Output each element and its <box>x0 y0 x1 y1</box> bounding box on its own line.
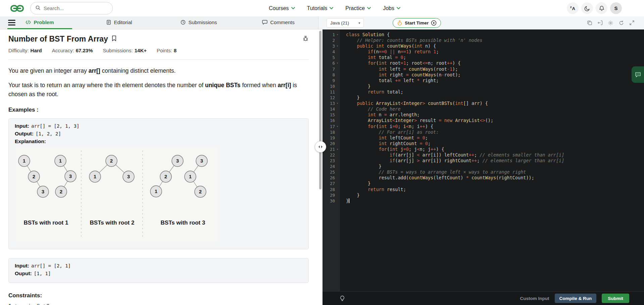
start-timer-button[interactable]: Start Timer <box>393 18 441 28</box>
svg-text:3: 3 <box>176 158 179 164</box>
import-icon <box>597 20 603 25</box>
tab-editorial[interactable]: Editorial <box>87 16 152 29</box>
accuracy: Accuracy:67.23% <box>52 48 93 53</box>
code-editor[interactable]: 1▾23▾456▾78910111213▾14151617▾18192021▾2… <box>323 29 644 291</box>
chevron-down-icon <box>367 7 371 9</box>
panel-splitter[interactable] <box>318 29 323 305</box>
user-avatar[interactable]: S <box>610 2 622 14</box>
moon-icon <box>584 5 590 11</box>
fullscreen-button[interactable] <box>629 20 635 26</box>
reset-icon <box>618 20 624 26</box>
svg-text:BSTs with root 2: BSTs with root 2 <box>90 220 135 226</box>
top-navbar: Courses Tutorials Practice Jobs zA S <box>0 0 644 16</box>
chevron-down-icon <box>397 7 400 9</box>
svg-text:3: 3 <box>200 158 203 164</box>
tab-comments[interactable]: Comments <box>246 16 311 29</box>
gfg-logo-icon <box>9 4 26 13</box>
comment-icon <box>262 20 267 25</box>
translate-icon: zA <box>570 6 575 11</box>
report-issue-button[interactable] <box>302 35 309 43</box>
examples-heading: Examples : <box>8 107 309 113</box>
points: Points:8 <box>157 48 177 53</box>
nav-jobs[interactable]: Jobs <box>383 5 400 11</box>
svg-text:2: 2 <box>33 174 35 179</box>
translate-button[interactable]: zA <box>567 2 579 14</box>
example-2: Input:arr[] = [2, 1] Ouput:[1, 1] <box>8 258 309 283</box>
search-icon <box>35 5 41 12</box>
custom-input-button[interactable]: Custom Input <box>520 296 549 301</box>
svg-text:BSTs with root 3: BSTs with root 3 <box>161 220 205 226</box>
chevron-down-icon <box>330 7 333 9</box>
tab-submissions[interactable]: Submissions <box>166 16 231 29</box>
search-bar[interactable] <box>30 2 113 14</box>
geeksforgeeks-problem-page: Courses Tutorials Practice Jobs zA S Pro… <box>0 0 644 305</box>
problem-tabbar: Problem Editorial Submissions Comments <box>0 16 318 29</box>
gfg-logo[interactable] <box>9 4 26 13</box>
chat-code-icon <box>635 71 641 78</box>
constraints-heading: Constraints: <box>8 292 309 299</box>
svg-text:3: 3 <box>127 174 130 179</box>
svg-text:3: 3 <box>42 189 44 194</box>
svg-text:2: 2 <box>199 189 202 194</box>
editor-settings-button[interactable] <box>608 20 613 26</box>
chevron-down-icon <box>291 7 295 9</box>
bug-icon <box>302 35 309 42</box>
copy-code-button[interactable] <box>587 20 592 26</box>
code-editor-panel: 1▾23▾456▾78910111213▾14151617▾18192021▾2… <box>323 29 644 305</box>
bst-diagram: 123132BSTs with root 1213BSTs with root … <box>15 147 217 243</box>
example-input: Input:arr[] = [2, 1] <box>15 263 302 269</box>
svg-text:1: 1 <box>94 174 96 179</box>
description-paragraph: You are given an integer array arr[] con… <box>8 66 309 75</box>
submissions-count: Submissions:14K+ <box>103 48 147 53</box>
svg-text:2: 2 <box>110 158 113 164</box>
svg-text:1: 1 <box>59 158 62 164</box>
hint-bulb-button[interactable] <box>339 295 345 302</box>
document-icon <box>106 20 111 25</box>
doubt-assistant-button[interactable] <box>632 66 644 83</box>
fullscreen-icon <box>629 20 635 25</box>
clock-icon <box>181 20 186 25</box>
submit-button[interactable]: Submit <box>602 294 629 303</box>
editor-footer: Custom Input Compile & Run Submit <box>323 291 644 305</box>
sub-header: Problem Editorial Submissions Comments J… <box>0 16 644 29</box>
bookmark-button[interactable] <box>111 35 117 43</box>
play-circle-icon <box>431 20 437 26</box>
dark-mode-button[interactable] <box>581 2 593 14</box>
nav-practice[interactable]: Practice <box>345 5 371 11</box>
import-code-button[interactable] <box>597 20 603 26</box>
bell-icon <box>599 5 605 11</box>
line-number-gutter: 1▾23▾456▾78910111213▾14151617▾18192021▾2… <box>323 29 340 291</box>
example-1: Input:arr[] = [2, 1, 3] Output:[1, 2, 2]… <box>8 118 309 249</box>
navbar-actions: zA S <box>567 2 622 14</box>
code-content[interactable]: class Solution { // Helper: counts BSTs … <box>340 29 644 291</box>
search-input[interactable] <box>44 5 108 11</box>
gear-icon <box>608 20 613 26</box>
select-caret-icon: ▾ <box>358 21 360 25</box>
splitter-bar[interactable] <box>319 31 321 189</box>
reset-code-button[interactable] <box>618 20 624 26</box>
menu-toggle-button[interactable] <box>8 20 15 27</box>
splitter-handle[interactable] <box>315 141 326 152</box>
notifications-button[interactable] <box>596 2 607 14</box>
main-menu: Courses Tutorials Practice Jobs <box>269 5 400 11</box>
editor-toolbar: Java (21) ▾ Start Timer <box>318 16 644 29</box>
svg-text:1: 1 <box>23 158 26 164</box>
bookmark-icon <box>111 35 117 42</box>
language-select[interactable]: Java (21) ▾ <box>327 18 364 27</box>
resize-arrows-icon <box>318 145 323 148</box>
problem-description: You are given an integer array arr[] con… <box>8 66 309 99</box>
problem-title: Number of BST From Array <box>8 35 108 44</box>
copy-icon <box>587 20 592 25</box>
svg-text:1: 1 <box>155 188 157 194</box>
nav-tutorials[interactable]: Tutorials <box>307 5 334 11</box>
tab-problem[interactable]: Problem <box>7 16 72 29</box>
difficulty: Difficulty:Hard <box>8 48 42 53</box>
bulb-icon <box>339 295 345 302</box>
example-output: Output:[1, 2, 2] <box>15 131 302 137</box>
svg-text:3: 3 <box>69 173 72 179</box>
nav-courses[interactable]: Courses <box>269 5 295 11</box>
problem-panel: Number of BST From Array Difficulty:Hard… <box>0 29 318 305</box>
code-icon <box>26 20 31 24</box>
compile-run-button[interactable]: Compile & Run <box>555 294 597 303</box>
svg-text:2: 2 <box>60 189 62 194</box>
